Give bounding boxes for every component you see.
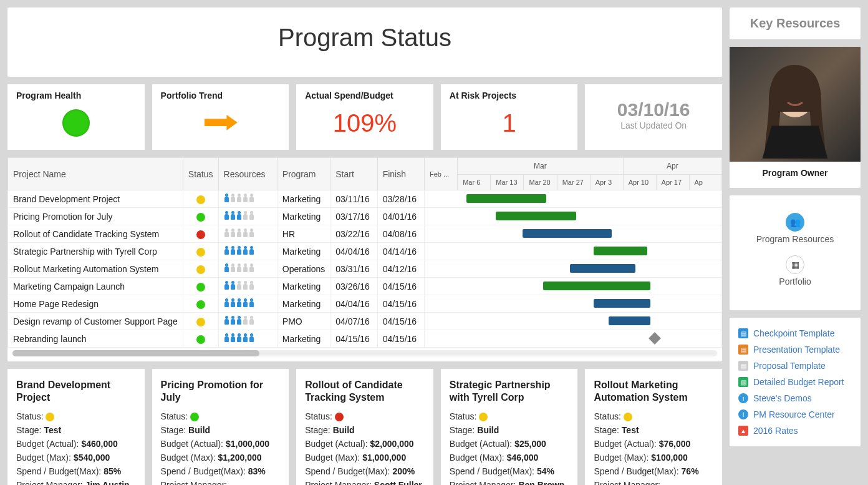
table-row[interactable]: Brand Development ProjectMarketing03/11/… <box>8 190 722 208</box>
cell-finish: 04/08/16 <box>377 225 424 243</box>
gantt-bar[interactable] <box>466 194 547 203</box>
table-row[interactable]: Rebranding launchMarketing04/15/1604/15/… <box>8 330 722 348</box>
project-card[interactable]: Brand Development Project Status: Stage:… <box>7 369 145 485</box>
resource-link[interactable]: iSteve's Demos <box>738 390 852 406</box>
table-row[interactable]: Strategic Partnership with Tyrell CorpMa… <box>8 243 722 260</box>
person-icon <box>224 281 229 290</box>
table-row[interactable]: Rollout of Candidate Tracking SystemHR03… <box>8 225 722 243</box>
status-dot-icon <box>196 283 205 291</box>
cell-status <box>183 278 218 295</box>
svg-point-2 <box>800 89 805 93</box>
person-icon <box>236 263 242 272</box>
col-finish[interactable]: Finish <box>377 158 424 190</box>
gantt-cell <box>425 313 722 330</box>
cell-program: PMO <box>277 313 330 330</box>
cell-project-name[interactable]: Design revamp of Customer Support Page <box>8 313 183 330</box>
gantt-bar[interactable] <box>594 247 647 255</box>
cell-resources <box>218 295 277 313</box>
cell-resources <box>218 243 277 260</box>
card-title: Pricing Promotion for July <box>161 379 281 404</box>
program-resources-link[interactable]: 👥 Program Resources <box>730 213 861 244</box>
resource-link[interactable]: ▤Detailed Budget Report <box>738 374 852 390</box>
cell-status <box>183 225 218 243</box>
file-icon: ▤ <box>738 328 748 338</box>
gantt-bar[interactable] <box>523 229 612 238</box>
col-start[interactable]: Start <box>330 158 377 190</box>
status-dot-icon <box>196 300 205 309</box>
cell-start: 04/04/16 <box>330 243 377 260</box>
person-icon <box>230 246 236 255</box>
status-dot-icon <box>479 413 488 421</box>
cell-start: 04/04/16 <box>330 295 377 313</box>
resource-links-panel: ▤Checkpoint Template▤Presentation Templa… <box>730 318 861 446</box>
file-icon: ▤ <box>738 377 748 387</box>
cell-project-name[interactable]: Marketing Campaign Launch <box>8 278 183 295</box>
portfolio-link[interactable]: ▦ Portfolio <box>730 255 861 287</box>
horizontal-scrollbar[interactable] <box>12 350 717 356</box>
gantt-cell <box>425 225 722 243</box>
col-resources[interactable]: Resources <box>218 158 277 190</box>
person-icon <box>243 316 248 325</box>
cell-project-name[interactable]: Pricing Promotion for July <box>8 208 183 225</box>
col-status[interactable]: Status <box>183 158 218 190</box>
resource-link[interactable]: ▤Checkpoint Template <box>738 325 852 341</box>
project-table[interactable]: Project NameStatusResourcesProgramStartF… <box>7 157 722 348</box>
table-row[interactable]: Pricing Promotion for JulyMarketing03/17… <box>8 208 722 225</box>
gantt-cell <box>425 260 722 278</box>
gantt-cell <box>425 243 722 260</box>
card-title: Strategic Partnership with Tyrell Corp <box>450 379 569 404</box>
status-dot-icon <box>196 248 205 257</box>
cell-status <box>183 260 218 278</box>
person-icon <box>243 211 248 220</box>
col-project-name[interactable]: Project Name <box>8 158 183 190</box>
table-row[interactable]: Design revamp of Customer Support PagePM… <box>8 313 722 330</box>
gantt-bar[interactable] <box>594 299 650 308</box>
cell-start: 03/17/16 <box>330 208 377 225</box>
link-label: Steve's Demos <box>753 393 812 403</box>
cell-project-name[interactable]: Home Page Redesign <box>8 295 183 313</box>
status-dot-icon <box>335 413 344 421</box>
program-owner-panel[interactable]: Program Owner <box>730 47 861 188</box>
person-icon <box>243 281 248 290</box>
card-title: Brand Development Project <box>16 379 136 404</box>
resource-link[interactable]: iPM Resource Center <box>738 406 852 423</box>
cell-finish: 04/12/16 <box>377 260 424 278</box>
project-card[interactable]: Strategic Partnership with Tyrell Corp S… <box>441 369 578 485</box>
resource-link[interactable]: ▲2016 Rates <box>738 423 852 439</box>
cell-project-name[interactable]: Rollout Marketing Automation System <box>8 260 183 278</box>
spend-value: 109% <box>333 109 397 137</box>
cell-finish: 04/15/16 <box>377 313 424 330</box>
cell-resources <box>218 278 277 295</box>
table-row[interactable]: Marketing Campaign LaunchMarketing03/26/… <box>8 278 722 295</box>
status-dot-icon <box>190 413 199 421</box>
cell-finish: 04/15/16 <box>377 295 424 313</box>
project-card[interactable]: Rollout Marketing Automation System Stat… <box>585 369 722 485</box>
resource-link[interactable]: ▤Proposal Template <box>738 358 852 374</box>
table-row[interactable]: Home Page RedesignMarketing04/04/1604/15… <box>8 295 722 313</box>
gantt-bar[interactable] <box>496 212 576 220</box>
person-icon <box>249 211 254 220</box>
col-program[interactable]: Program <box>277 158 330 190</box>
milestone-icon[interactable] <box>649 332 661 345</box>
cell-status <box>183 190 218 208</box>
gantt-bar[interactable] <box>609 316 650 325</box>
cell-status <box>183 295 218 313</box>
resource-link[interactable]: ▤Presentation Template <box>738 341 852 358</box>
cell-project-name[interactable]: Brand Development Project <box>8 190 183 208</box>
table-row[interactable]: Rollout Marketing Automation SystemOpera… <box>8 260 722 278</box>
project-card[interactable]: Rollout of Candidate Tracking System Sta… <box>296 369 433 485</box>
cell-start: 03/22/16 <box>330 225 377 243</box>
cell-project-name[interactable]: Rebranding launch <box>8 330 183 348</box>
status-dot-icon <box>196 265 205 274</box>
person-icon <box>224 194 229 202</box>
gantt-bar[interactable] <box>570 264 635 273</box>
person-icon <box>243 263 248 272</box>
project-card[interactable]: Pricing Promotion for July Status: Stage… <box>152 369 289 485</box>
gantt-bar[interactable] <box>543 282 650 290</box>
cell-project-name[interactable]: Rollout of Candidate Tracking System <box>8 225 183 243</box>
arrow-right-icon: ➡ <box>202 109 239 134</box>
link-label: Checkpoint Template <box>753 328 834 338</box>
cell-project-name[interactable]: Strategic Partnership with Tyrell Corp <box>8 243 183 260</box>
file-icon: ▤ <box>738 345 748 355</box>
status-dot-icon <box>196 213 205 222</box>
